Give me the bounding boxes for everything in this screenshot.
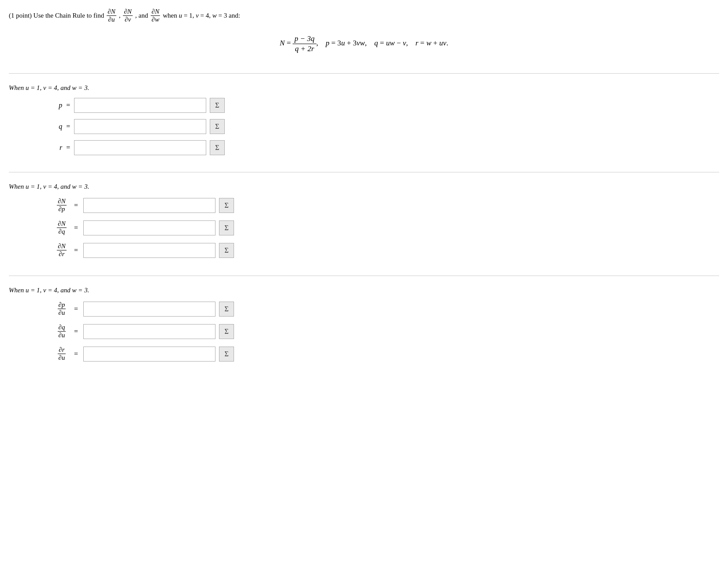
dr-du-sigma-button[interactable]: Σ — [219, 347, 234, 362]
dN-dq-equals: = — [74, 224, 78, 232]
q-input-row: q = Σ — [35, 119, 719, 134]
section-3: When u = 1, v = 4, and w = 3. ∂p ∂u = Σ … — [9, 281, 719, 374]
dr-du-equals: = — [74, 350, 78, 358]
dN-dp-num: ∂N — [57, 198, 66, 205]
dq-du-num: ∂q — [58, 324, 66, 332]
dN-dp-sigma-button[interactable]: Σ — [219, 198, 234, 213]
dq-du-label-wrap: ∂q ∂u — [35, 324, 71, 339]
p-input-row: p = Σ — [35, 98, 719, 113]
header-section: (1 point) Use the Chain Rule to find ∂N … — [9, 4, 719, 68]
dr-du-label: ∂r ∂u — [53, 346, 71, 362]
dN-dr-label: ∂N ∂r — [53, 242, 71, 258]
section-3-title: When u = 1, v = 4, and w = 3. — [9, 287, 719, 294]
dN-dr-den: ∂r — [58, 250, 65, 258]
dN-dq-sigma-button[interactable]: Σ — [219, 220, 234, 235]
dp-du-equals: = — [74, 305, 78, 313]
dp-du-row: ∂p ∂u = Σ — [35, 301, 719, 317]
section-1-title: When u = 1, v = 4, and w = 3. — [9, 84, 719, 92]
dr-du-num: ∂r — [58, 346, 65, 354]
dp-du-num: ∂p — [58, 301, 66, 309]
header-row: (1 point) Use the Chain Rule to find ∂N … — [9, 8, 719, 23]
dN-dp-den: ∂p — [58, 205, 66, 213]
dN-dr-num: ∂N — [57, 242, 66, 250]
dN-dr-input[interactable] — [83, 243, 215, 258]
section-1: When u = 1, v = 4, and w = 3. p = Σ q = … — [9, 79, 719, 167]
r-sigma-button[interactable]: Σ — [210, 140, 225, 155]
frac-dN-dw-num: ∂N — [151, 8, 160, 16]
sep1: , — [119, 12, 121, 19]
dN-dr-row: ∂N ∂r = Σ — [35, 242, 719, 258]
frac-dN-du-num: ∂N — [107, 8, 116, 16]
dN-dp-equals: = — [74, 201, 78, 209]
N-fraction-num: p − 3q — [293, 34, 316, 44]
dN-dq-label: ∂N ∂q — [53, 220, 71, 235]
frac-dN-dw-den: ∂w — [151, 16, 160, 23]
center-formula: N = p − 3q q + 2r , p = 3u + 3vw, q = uw… — [9, 34, 719, 54]
header-prefix: (1 point) Use the Chain Rule to find — [9, 12, 104, 19]
dr-du-input[interactable] — [83, 347, 215, 362]
dr-du-row: ∂r ∂u = Σ — [35, 346, 719, 362]
divider-1 — [9, 73, 719, 74]
dp-du-sigma-button[interactable]: Σ — [219, 302, 234, 317]
dp-du-label-wrap: ∂p ∂u — [35, 301, 71, 317]
r-input-row: r = Σ — [35, 140, 719, 155]
dp-du-den: ∂u — [58, 309, 66, 317]
q-label: q = — [35, 123, 71, 131]
header-suffix: when u = 1, v = 4, w = 3 and: — [163, 12, 240, 19]
fraction-dN-dw: ∂N ∂w — [151, 8, 160, 23]
dN-dq-input[interactable] — [83, 220, 215, 235]
dr-du-den: ∂u — [58, 354, 66, 362]
dN-dr-label-wrap: ∂N ∂r — [35, 242, 71, 258]
fraction-dN-dv: ∂N ∂v — [123, 8, 132, 23]
r-input[interactable] — [74, 140, 206, 155]
frac-dN-dv-num: ∂N — [123, 8, 132, 16]
r-label: r = — [35, 144, 71, 152]
dN-dq-row: ∂N ∂q = Σ — [35, 220, 719, 235]
divider-3 — [9, 276, 719, 276]
dq-du-row: ∂q ∂u = Σ — [35, 324, 719, 339]
dN-dp-label-wrap: ∂N ∂p — [35, 198, 71, 213]
dN-dr-equals: = — [74, 246, 78, 254]
frac-dN-dv-den: ∂v — [124, 16, 132, 23]
section-2: When u = 1, v = 4, and w = 3. ∂N ∂p = Σ … — [9, 178, 719, 270]
dr-du-label-wrap: ∂r ∂u — [35, 346, 71, 362]
dp-du-label: ∂p ∂u — [53, 301, 71, 317]
p-input[interactable] — [74, 98, 206, 113]
p-label: p = — [35, 101, 71, 109]
dN-dp-label: ∂N ∂p — [53, 198, 71, 213]
sep2: , and — [135, 12, 148, 19]
dq-du-sigma-button[interactable]: Σ — [219, 324, 234, 339]
divider-2 — [9, 172, 719, 172]
dN-dq-num: ∂N — [57, 220, 66, 228]
dp-du-input[interactable] — [83, 302, 215, 317]
dN-dp-input[interactable] — [83, 198, 215, 213]
dN-dq-den: ∂q — [58, 228, 66, 235]
dN-dq-label-wrap: ∂N ∂q — [35, 220, 71, 235]
q-sigma-button[interactable]: Σ — [210, 119, 225, 134]
dN-dp-row: ∂N ∂p = Σ — [35, 198, 719, 213]
dN-dr-sigma-button[interactable]: Σ — [219, 243, 234, 258]
dq-du-equals: = — [74, 328, 78, 336]
N-fraction-den: q + 2r — [293, 44, 316, 54]
q-input[interactable] — [74, 119, 206, 134]
N-fraction: p − 3q q + 2r — [293, 34, 316, 54]
fraction-dN-du: ∂N ∂u — [107, 8, 116, 23]
frac-dN-du-den: ∂u — [107, 16, 115, 23]
dq-du-input[interactable] — [83, 324, 215, 339]
dq-du-label: ∂q ∂u — [53, 324, 71, 339]
dq-du-den: ∂u — [58, 332, 66, 339]
p-sigma-button[interactable]: Σ — [210, 98, 225, 113]
section-2-title: When u = 1, v = 4, and w = 3. — [9, 183, 719, 190]
